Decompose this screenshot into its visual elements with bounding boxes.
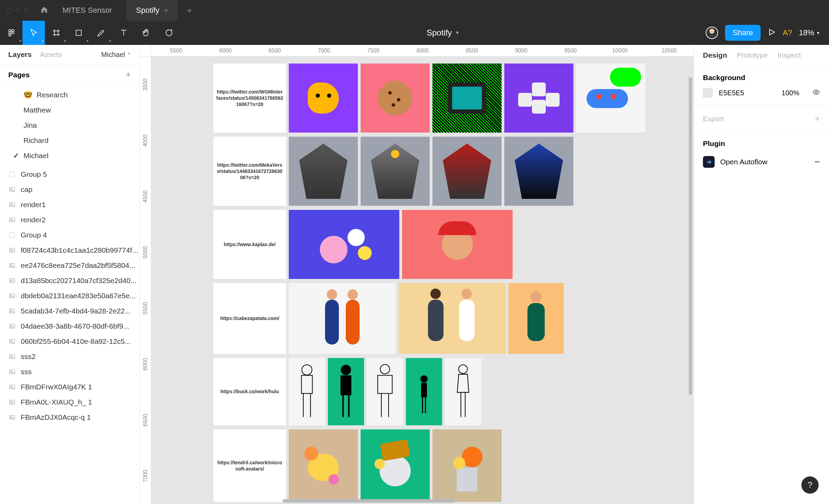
board-row: https://buck.co/work/hulu [213, 358, 645, 425]
background-opacity[interactable]: 100% [782, 89, 799, 97]
figma-menu-button[interactable]: ▾ [0, 21, 22, 45]
home-icon[interactable] [40, 6, 48, 15]
row-label[interactable]: https://tendril.ca/work/microsoft-avatar… [213, 429, 286, 502]
assets-tab[interactable]: Assets [40, 50, 62, 59]
traffic-lights[interactable] [7, 8, 29, 13]
plugin-title: Plugin [703, 139, 820, 148]
image-tile[interactable] [289, 64, 358, 133]
layer-item[interactable]: FBmDFrwX0AIg47K 1 [0, 379, 139, 395]
row-label[interactable]: https://twitter.com/MekaVerse/status/144… [213, 137, 286, 206]
move-tool[interactable]: ▾ [22, 21, 45, 45]
image-tile[interactable] [328, 358, 364, 425]
image-tile[interactable] [289, 358, 325, 425]
image-tile[interactable] [289, 283, 396, 354]
missing-fonts-indicator[interactable]: A? [783, 28, 792, 37]
page-item[interactable]: Richard [0, 133, 139, 148]
design-tab[interactable]: Design [703, 51, 727, 59]
image-tile[interactable] [406, 358, 442, 425]
horizontal-scrollbar[interactable] [283, 499, 455, 503]
toolbar: ▾ ▾ ▾ ▾ ▾ Spotify [0, 21, 829, 45]
tab-mites[interactable]: MITES Sensor [53, 0, 122, 21]
layers-tab[interactable]: Layers [8, 50, 32, 59]
layer-item[interactable]: render2 [0, 212, 139, 227]
user-avatar[interactable] [706, 27, 718, 39]
layer-item[interactable]: dbdeb0a2131eae4283e50a67e5e... [0, 288, 139, 303]
share-button[interactable]: Share [725, 25, 761, 41]
row-label[interactable]: https://twitter.com/WGMInterfaces/status… [213, 64, 286, 133]
moodboard[interactable]: https://twitter.com/WGMInterfaces/status… [213, 64, 645, 502]
page-item[interactable]: Jina [0, 118, 139, 133]
image-tile[interactable] [361, 429, 430, 502]
image-tile[interactable] [432, 137, 502, 206]
layer-item[interactable]: d13a85bcc2027140a7cf325e2d40... [0, 273, 139, 288]
svg-point-38 [302, 365, 312, 375]
image-tile[interactable] [504, 64, 573, 133]
page-owner-menu[interactable]: Michael⌃ [101, 51, 131, 59]
hand-tool[interactable] [135, 21, 157, 45]
close-icon[interactable]: × [164, 7, 168, 14]
image-tile[interactable] [432, 64, 502, 133]
image-tile[interactable] [399, 283, 506, 354]
add-page-button[interactable]: + [126, 69, 131, 80]
image-tile[interactable] [361, 137, 430, 206]
layer-item[interactable]: Group 5 [0, 167, 139, 182]
page-item[interactable]: ✓Michael [0, 148, 139, 163]
inspect-tab[interactable]: Inspect [778, 51, 801, 59]
image-tile[interactable] [289, 429, 358, 502]
row-label[interactable]: https://www.kajdax.de/ [213, 210, 286, 279]
add-export-button[interactable]: + [815, 113, 820, 124]
image-tile[interactable] [289, 137, 358, 206]
remove-plugin-button[interactable]: − [814, 156, 820, 167]
image-tile[interactable] [432, 429, 502, 502]
comment-tool[interactable] [157, 21, 180, 45]
present-button[interactable] [768, 28, 776, 38]
zoom-menu[interactable]: 18%▾ [799, 28, 819, 37]
page-item[interactable]: Matthew [0, 103, 139, 118]
layer-item[interactable]: FBmAzDJX0Acqc-q 1 [0, 410, 139, 425]
layer-item[interactable]: 5cadab34-7efb-4bd4-9a28-2e22... [0, 303, 139, 319]
page-item[interactable]: 🤓Research [0, 87, 139, 103]
image-tile[interactable] [504, 137, 573, 206]
visibility-icon[interactable] [812, 88, 820, 98]
pen-tool[interactable]: ▾ [90, 21, 112, 45]
svg-point-0 [9, 29, 11, 32]
layer-item[interactable]: 04daee38-3a8b-4670-80df-6bf9... [0, 319, 139, 334]
layer-item[interactable]: sss2 [0, 349, 139, 364]
canvas[interactable]: 5500600065007000750080008500900095001000… [140, 45, 694, 504]
file-title[interactable]: Spotify ▾ [180, 28, 706, 38]
row-label[interactable]: https://buck.co/work/hulu [213, 358, 286, 425]
pages-label: Pages [8, 71, 30, 79]
image-tile[interactable] [361, 64, 430, 133]
layer-item[interactable]: FBmA0L-XIAUQ_h_ 1 [0, 395, 139, 410]
background-swatch[interactable] [703, 88, 713, 98]
text-tool[interactable] [112, 21, 135, 45]
help-button[interactable]: ? [801, 476, 819, 494]
board-row: https://cabezapatata.com/ [213, 283, 645, 354]
row-label[interactable]: https://cabezapatata.com/ [213, 283, 286, 354]
image-tile[interactable] [508, 283, 564, 354]
background-hex[interactable]: E5E5E5 [719, 89, 744, 97]
svg-rect-5 [76, 30, 81, 35]
add-tab-button[interactable]: + [183, 5, 196, 16]
image-tile[interactable] [402, 210, 513, 279]
svg-point-1 [12, 29, 14, 32]
frame-tool[interactable]: ▾ [45, 21, 67, 45]
layer-item[interactable]: render1 [0, 197, 139, 212]
layer-item[interactable]: 060bf255-6b04-410e-8a92-12c5... [0, 334, 139, 349]
horizontal-ruler: 5500600065007000750080008500900095001000… [151, 45, 694, 57]
image-tile[interactable] [576, 64, 645, 133]
shape-tool[interactable]: ▾ [67, 21, 90, 45]
svg-point-49 [420, 375, 428, 382]
image-tile[interactable] [367, 358, 403, 425]
layer-item[interactable]: Group 4 [0, 227, 139, 243]
image-tile[interactable] [289, 210, 399, 279]
layer-item[interactable]: f08724c43b1c4c1aa1c280b99774f... [0, 243, 139, 258]
tab-spotify[interactable]: Spotify × [126, 0, 178, 21]
layer-item[interactable]: sss [0, 364, 139, 379]
layer-item[interactable]: cap [0, 182, 139, 197]
layer-item[interactable]: ee2476c8eea725e7daa2bf5f5804... [0, 258, 139, 273]
image-tile[interactable] [445, 358, 481, 425]
vertical-scrollbar[interactable] [689, 77, 692, 395]
prototype-tab[interactable]: Prototype [737, 51, 768, 59]
plugin-name[interactable]: Open Autoflow [720, 158, 768, 166]
